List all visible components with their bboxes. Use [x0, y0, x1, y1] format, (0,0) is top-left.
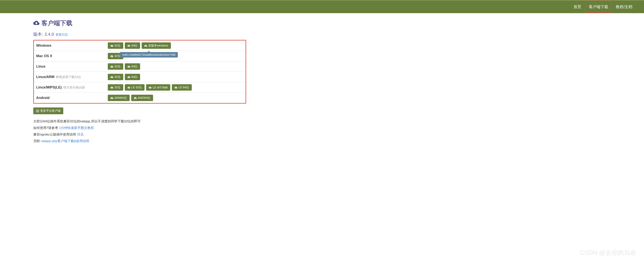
button-group: 32位md5:129afb652730ad86cb94cdb42b947398 — [108, 53, 123, 59]
os-label: Linux/ARM树莓派请下载32位 — [36, 75, 108, 79]
php-link[interactable]: natapp-php客户端下载&使用说明 — [41, 139, 89, 143]
svg-rect-1 — [36, 111, 39, 111]
download-row: Windows32位64位老版本windows — [34, 41, 246, 51]
svg-rect-0 — [36, 110, 39, 110]
ngrokc-link[interactable]: 详见 — [77, 133, 84, 136]
info-line-php: 另附 natapp-php客户端下载&使用说明 — [33, 138, 246, 144]
cloud-download-icon — [110, 86, 113, 89]
info-line-ngrokc: 兼容ngrokc公版插件使用说明 详见 — [33, 131, 246, 138]
info-line-compat: 大部分64位操作系统兼容32位的natapp,所以不清楚的同学下载32位的即可 — [33, 118, 246, 125]
download-row: AndroidARM64位AMD64位 — [34, 93, 246, 103]
button-group: 32位LE 32位LE MT7688LE 64位 — [108, 84, 192, 91]
os-name: Linux — [36, 65, 46, 69]
cloud-download-icon — [149, 86, 152, 89]
more-platforms-label: 更多平台客户端 — [40, 109, 60, 113]
button-group: 32位64位 — [108, 74, 140, 80]
cloud-download-icon — [110, 76, 113, 78]
download-button[interactable]: 32位 — [108, 42, 123, 49]
info-line-tutorial: 如何使用?请参考 1分钟快速新手图文教程 — [33, 125, 246, 131]
changelog-link[interactable]: 更新日志 — [56, 33, 68, 37]
os-label: Mac OS X — [36, 54, 108, 58]
cloud-download-icon — [110, 44, 113, 47]
cloud-download-icon — [134, 97, 136, 99]
download-button[interactable]: 32位 — [108, 74, 123, 80]
nav-home[interactable]: 首页 — [570, 1, 585, 13]
download-button[interactable]: 64位 — [125, 63, 140, 70]
download-button-label: 64位 — [132, 65, 138, 68]
download-button-label: 32位 — [114, 54, 120, 58]
download-row: Linux/ARM树莓派请下载32位32位64位 — [34, 72, 246, 82]
download-button[interactable]: 32位 — [108, 63, 123, 70]
os-label: Linux/MIPS(LE)绝大部分路由器 — [36, 85, 108, 90]
download-button[interactable]: LE MT7688 — [146, 84, 170, 91]
download-button[interactable]: 老版本windows — [142, 42, 171, 49]
nav-docs[interactable]: 教程/文档 — [612, 1, 636, 13]
os-name: Windows — [36, 44, 52, 48]
os-sublabel: 树莓派请下载32位 — [56, 75, 81, 79]
download-button[interactable]: ARM64位 — [108, 95, 130, 101]
cloud-download-icon — [174, 86, 177, 89]
version-line: 版本: 2.4.0 更新日志 — [33, 31, 246, 37]
cloud-download-icon — [128, 65, 130, 68]
os-name: Linux/ARM — [36, 75, 54, 79]
download-row: Mac OS X32位md5:129afb652730ad86cb94cdb42… — [34, 51, 246, 61]
download-row: Linux/MIPS(LE)绝大部分路由器32位LE 32位LE MT7688L… — [34, 82, 246, 93]
os-name: Android — [36, 96, 50, 100]
cloud-download-icon — [144, 44, 147, 47]
md5-tooltip: md5:129afb652730ad86cb94cdb42b947398 — [120, 52, 178, 58]
version-number: 2.4.0 — [44, 32, 54, 37]
cloud-download-icon — [110, 65, 113, 68]
version-prefix: 版本: — [33, 31, 43, 37]
cloud-download-icon — [33, 20, 40, 27]
button-group: 32位64位老版本windows — [108, 42, 171, 49]
tutorial-link[interactable]: 1分钟快速新手图文教程 — [59, 126, 94, 130]
download-button-label: 32位 — [114, 86, 120, 89]
download-button-label: 32位 — [114, 75, 120, 79]
download-button-label: 32位 — [114, 44, 120, 48]
cloud-download-icon — [128, 44, 130, 47]
download-button-label: LE 32位 — [132, 86, 142, 89]
button-group: 32位64位 — [108, 63, 140, 70]
download-table: Windows32位64位老版本windowsMac OS X32位md5:12… — [33, 40, 246, 104]
os-label: Linux — [36, 65, 108, 69]
nav-download[interactable]: 客户端下载 — [585, 1, 612, 13]
list-icon — [36, 110, 39, 112]
download-button[interactable]: 32位 — [108, 84, 123, 91]
download-button-label: LE MT7688 — [153, 86, 168, 89]
button-group: ARM64位AMD64位 — [108, 95, 153, 101]
download-button-label: LE 64位 — [178, 86, 189, 89]
page-title: 客户端下载 — [42, 19, 72, 28]
os-name: Mac OS X — [36, 54, 52, 58]
download-button[interactable]: LE 32位 — [125, 84, 144, 91]
download-button-label: 老版本windows — [148, 44, 168, 48]
download-button-label: 64位 — [132, 44, 138, 48]
download-button-label: 32位 — [114, 65, 120, 68]
os-name: Linux/MIPS(LE) — [36, 85, 62, 89]
cloud-download-icon — [110, 55, 113, 58]
os-label: Windows — [36, 44, 108, 48]
cloud-download-icon — [110, 97, 113, 99]
navbar: 首页 客户端下载 教程/文档 — [0, 0, 644, 13]
download-button-label: AMD64位 — [138, 96, 150, 100]
download-button-label: ARM64位 — [114, 96, 127, 100]
cloud-download-icon — [128, 86, 130, 89]
download-button[interactable]: 64位 — [125, 42, 140, 49]
os-sublabel: 绝大部分路由器 — [63, 86, 85, 90]
svg-rect-2 — [36, 112, 39, 112]
download-button[interactable]: 64位 — [125, 74, 140, 80]
download-row: Linux32位64位 — [34, 61, 246, 72]
page-header: 客户端下载 — [33, 19, 246, 28]
download-button[interactable]: AMD64位 — [131, 95, 153, 101]
download-button-label: 64位 — [132, 75, 138, 79]
download-button[interactable]: LE 64位 — [172, 84, 192, 91]
os-label: Android — [36, 96, 108, 100]
cloud-download-icon — [128, 76, 130, 78]
more-platforms-button[interactable]: 更多平台客户端 — [33, 107, 63, 114]
